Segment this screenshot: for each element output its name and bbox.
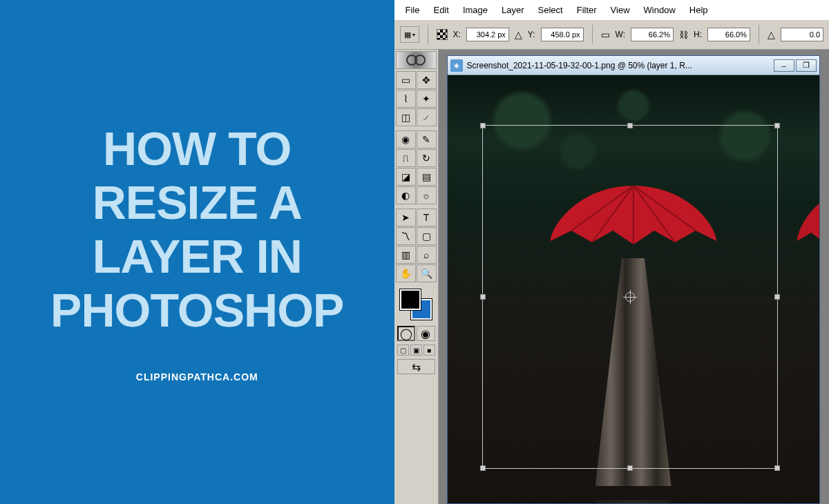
menu-bar: File Edit Image Layer Select Filter View… xyxy=(394,0,829,21)
divider xyxy=(428,25,428,44)
blur-tool-icon[interactable]: ◐ xyxy=(396,186,416,204)
menu-edit[interactable]: Edit xyxy=(426,2,455,18)
history-brush-tool-icon[interactable]: ↻ xyxy=(417,149,437,167)
move-tool-icon[interactable]: ✥ xyxy=(417,71,437,89)
transform-handle-bottom-left[interactable] xyxy=(480,465,486,471)
type-tool-icon[interactable]: T xyxy=(417,209,437,226)
w-input[interactable] xyxy=(631,28,674,41)
rotate-input[interactable] xyxy=(781,28,823,41)
menu-help[interactable]: Help xyxy=(683,2,715,18)
transform-handle-top-left[interactable] xyxy=(480,123,486,128)
hand-tool-icon[interactable]: ✋ xyxy=(396,264,416,282)
shape-tool-icon[interactable]: ▢ xyxy=(417,227,437,245)
crop-tool-icon[interactable]: ◫ xyxy=(396,108,416,126)
standard-mode-icon[interactable]: ◯ xyxy=(397,326,416,341)
pen-tool-icon[interactable]: 〽 xyxy=(396,227,416,245)
document-icon: ◈ xyxy=(450,59,463,72)
document-titlebar[interactable]: ◈ Screenshot_2021-11-05-19-32-00-1.png @… xyxy=(448,56,819,75)
transform-center-point[interactable] xyxy=(625,292,635,302)
jump-to-imageready-icon[interactable]: ⇆ xyxy=(397,359,435,374)
eyedropper-tool-icon[interactable]: ⌕ xyxy=(417,246,437,264)
menu-filter[interactable]: Filter xyxy=(570,2,604,18)
gradient-tool-icon[interactable]: ▤ xyxy=(417,168,437,186)
transform-handle-middle-right[interactable] xyxy=(774,294,780,300)
quickmask-mode-icon[interactable]: ◉ xyxy=(417,326,435,341)
promo-title: HOW TO RESIZE A LAYER IN PHOTOSHOP xyxy=(28,122,367,338)
brush-tool-icon[interactable]: ✎ xyxy=(417,130,437,148)
magic-wand-tool-icon[interactable]: ✦ xyxy=(417,90,437,108)
x-label: X: xyxy=(453,30,461,39)
x-input[interactable] xyxy=(466,28,509,41)
w-label: W: xyxy=(616,30,625,39)
canvas[interactable] xyxy=(448,75,819,503)
marquee-tool-icon[interactable]: ▭ xyxy=(396,71,416,89)
screen-full-menus-icon[interactable]: ▣ xyxy=(410,345,422,356)
options-bar: ▦▾ X: △ Y: ▭ W: ⛓ H: △ xyxy=(394,21,829,50)
menu-view[interactable]: View xyxy=(604,2,637,18)
promo-panel: HOW TO RESIZE A LAYER IN PHOTOSHOP CLIPP… xyxy=(0,0,394,504)
app-logo-icon xyxy=(396,51,437,69)
transform-handle-bottom-right[interactable] xyxy=(774,465,780,471)
eraser-tool-icon[interactable]: ◪ xyxy=(396,168,416,186)
document-title: Screenshot_2021-11-05-19-32-00-1.png @ 5… xyxy=(467,61,772,70)
document-window: ◈ Screenshot_2021-11-05-19-32-00-1.png @… xyxy=(447,55,820,504)
slice-tool-icon[interactable]: ⟋ xyxy=(417,108,437,126)
healing-tool-icon[interactable]: ◉ xyxy=(396,130,416,148)
lasso-tool-icon[interactable]: ⌇ xyxy=(396,90,416,108)
screen-standard-icon[interactable]: ▢ xyxy=(397,345,409,356)
width-icon: ▭ xyxy=(601,29,610,40)
y-label: Y: xyxy=(528,30,535,39)
image-reflection xyxy=(595,500,671,503)
image-umbrella-secondary xyxy=(790,186,819,262)
transform-bounding-box[interactable] xyxy=(482,125,778,469)
promo-subtitle: CLIPPINGPATHCA.COM xyxy=(136,371,258,382)
h-label: H: xyxy=(694,30,702,39)
transform-handle-top-right[interactable] xyxy=(774,123,780,128)
notes-tool-icon[interactable]: ▥ xyxy=(396,246,416,264)
transform-handle-middle-left[interactable] xyxy=(480,294,486,300)
transform-handle-top-center[interactable] xyxy=(627,123,633,128)
toolbox: ▭✥ ⌇✦ ◫⟋ ◉✎ ⎍↻ ◪▤ ◐☼ ➤T 〽▢ ▥⌕ ✋🔍 xyxy=(394,50,439,504)
photoshop-ui: File Edit Image Layer Select Filter View… xyxy=(394,0,829,504)
menu-select[interactable]: Select xyxy=(531,2,570,18)
menu-layer[interactable]: Layer xyxy=(495,2,531,18)
rotate-icon: △ xyxy=(768,29,775,40)
dodge-tool-icon[interactable]: ☼ xyxy=(417,186,437,204)
link-aspect-icon[interactable]: ⛓ xyxy=(679,30,688,40)
minimize-button[interactable]: – xyxy=(774,59,794,72)
screen-full-icon[interactable]: ■ xyxy=(423,345,435,356)
transform-preset-button[interactable]: ▦▾ xyxy=(400,26,419,43)
menu-window[interactable]: Window xyxy=(637,2,683,18)
menu-image[interactable]: Image xyxy=(456,2,495,18)
transform-handle-bottom-center[interactable] xyxy=(627,465,633,471)
color-picker xyxy=(396,287,437,324)
divider xyxy=(592,25,593,44)
divider xyxy=(759,25,759,44)
stamp-tool-icon[interactable]: ⎍ xyxy=(396,149,416,167)
relative-position-icon[interactable]: △ xyxy=(515,29,522,40)
zoom-tool-icon[interactable]: 🔍 xyxy=(417,264,437,282)
menu-file[interactable]: File xyxy=(399,2,427,18)
foreground-color-swatch[interactable] xyxy=(400,289,421,310)
y-input[interactable] xyxy=(541,28,584,41)
reference-point-icon[interactable] xyxy=(437,29,448,40)
h-input[interactable] xyxy=(707,28,750,41)
maximize-button[interactable]: ❐ xyxy=(796,59,817,72)
path-select-tool-icon[interactable]: ➤ xyxy=(396,209,416,226)
